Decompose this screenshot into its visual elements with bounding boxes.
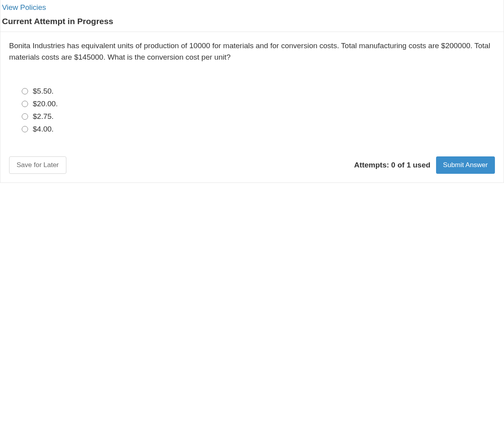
options-group: $5.50. $20.00. $2.75. $4.00.	[9, 87, 495, 134]
footer-right-group: Attempts: 0 of 1 used Submit Answer	[354, 156, 495, 174]
option-row[interactable]: $5.50.	[22, 87, 495, 96]
question-area: Bonita Industries has equivalent units o…	[0, 32, 504, 149]
save-for-later-button[interactable]: Save for Later	[9, 156, 66, 174]
option-row[interactable]: $4.00.	[22, 125, 495, 134]
option-label: $2.75.	[33, 112, 54, 121]
section-heading: Current Attempt in Progress	[0, 14, 504, 32]
submit-answer-button[interactable]: Submit Answer	[436, 156, 495, 174]
question-text: Bonita Industries has equivalent units o…	[9, 40, 495, 63]
option-radio-2[interactable]	[22, 101, 28, 107]
option-label: $4.00.	[33, 125, 54, 134]
attempts-text: Attempts: 0 of 1 used	[354, 161, 430, 169]
option-radio-4[interactable]	[22, 126, 28, 132]
question-container: View Policies Current Attempt in Progres…	[0, 0, 504, 183]
option-row[interactable]: $2.75.	[22, 112, 495, 121]
option-label: $20.00.	[33, 100, 58, 108]
option-radio-3[interactable]	[22, 113, 28, 120]
option-label: $5.50.	[33, 87, 54, 96]
option-radio-1[interactable]	[22, 88, 28, 94]
footer-bar: Save for Later Attempts: 0 of 1 used Sub…	[0, 149, 504, 182]
option-row[interactable]: $20.00.	[22, 100, 495, 108]
view-policies-link[interactable]: View Policies	[0, 0, 48, 14]
